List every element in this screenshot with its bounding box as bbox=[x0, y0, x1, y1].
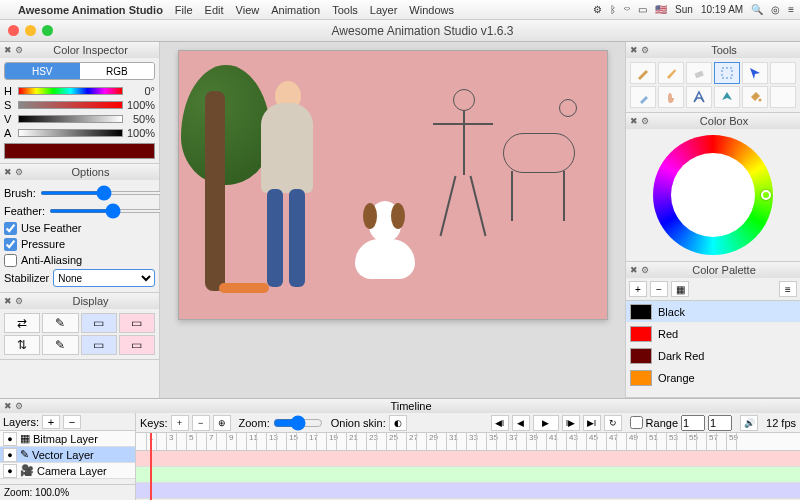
sound-button[interactable]: 🔊 bbox=[740, 415, 758, 431]
menu-tools[interactable]: Tools bbox=[332, 4, 358, 16]
select-tool[interactable] bbox=[714, 62, 740, 84]
minimize-window[interactable] bbox=[25, 25, 36, 36]
feather-slider[interactable] bbox=[49, 209, 178, 213]
remove-key-button[interactable]: − bbox=[192, 415, 210, 431]
hue-slider[interactable] bbox=[18, 87, 123, 95]
layer-visibility-icon[interactable]: ● bbox=[3, 432, 17, 446]
panel-menu-icon[interactable]: ⚙ bbox=[15, 45, 23, 55]
range-to[interactable] bbox=[708, 415, 732, 431]
onion-skin-button[interactable]: ◐ bbox=[389, 415, 407, 431]
hand-tool[interactable] bbox=[658, 86, 684, 108]
panel-menu-icon[interactable]: ⚙ bbox=[15, 401, 23, 411]
menu-layer[interactable]: Layer bbox=[370, 4, 398, 16]
palette-item[interactable]: Dark Red bbox=[626, 345, 800, 367]
timeline-ruler[interactable]: 1357911131517192123252729313335373941434… bbox=[136, 433, 800, 451]
invisible-lines-button[interactable]: ✎ bbox=[42, 335, 78, 355]
mirror-h-button[interactable]: ⇄ bbox=[4, 313, 40, 333]
panel-menu-icon[interactable]: ⚙ bbox=[641, 45, 649, 55]
canvas[interactable] bbox=[178, 50, 608, 320]
add-layer-button[interactable]: + bbox=[42, 415, 60, 429]
brush-slider[interactable] bbox=[40, 191, 169, 195]
range-from[interactable] bbox=[681, 415, 705, 431]
tab-hsv[interactable]: HSV bbox=[5, 63, 80, 79]
end-button[interactable]: ▶I bbox=[583, 415, 601, 431]
timeline-zoom-slider[interactable] bbox=[273, 415, 323, 431]
prev-frame-button[interactable]: ◀ bbox=[512, 415, 530, 431]
pencil-tool[interactable] bbox=[630, 62, 656, 84]
onion-prev-button[interactable]: ▭ bbox=[119, 313, 155, 333]
layer-visibility-icon[interactable]: ● bbox=[3, 464, 17, 478]
palette-grid-button[interactable]: ▦ bbox=[671, 281, 689, 297]
blank-tool-2[interactable] bbox=[770, 86, 796, 108]
loop-button[interactable]: ↻ bbox=[604, 415, 622, 431]
val-slider[interactable] bbox=[18, 115, 123, 123]
menu-view[interactable]: View bbox=[236, 4, 260, 16]
notifications-icon[interactable]: ≡ bbox=[788, 4, 794, 15]
close-panel-icon[interactable]: ✖ bbox=[630, 116, 638, 126]
track-camera[interactable] bbox=[136, 483, 800, 499]
control-center-icon[interactable]: ◎ bbox=[771, 4, 780, 15]
color-square[interactable] bbox=[683, 165, 743, 225]
wheel-handle-icon[interactable] bbox=[761, 190, 771, 200]
layer-row[interactable]: ●▦Bitmap Layer bbox=[0, 431, 135, 447]
zoom-window[interactable] bbox=[42, 25, 53, 36]
menu-windows[interactable]: Windows bbox=[409, 4, 454, 16]
palette-item[interactable]: Black bbox=[626, 301, 800, 323]
next-frame-button[interactable]: I▶ bbox=[562, 415, 580, 431]
app-menu[interactable]: Awesome Animation Studio bbox=[18, 4, 163, 16]
menu-animation[interactable]: Animation bbox=[271, 4, 320, 16]
close-window[interactable] bbox=[8, 25, 19, 36]
panel-menu-icon[interactable]: ⚙ bbox=[641, 265, 649, 275]
layer-row[interactable]: ●🎥Camera Layer bbox=[0, 463, 135, 479]
use-feather-checkbox[interactable] bbox=[4, 222, 17, 235]
tab-rgb[interactable]: RGB bbox=[80, 63, 155, 79]
antialias-checkbox[interactable] bbox=[4, 254, 17, 267]
rewind-button[interactable]: ◀I bbox=[491, 415, 509, 431]
polyline-tool[interactable] bbox=[714, 86, 740, 108]
thin-lines-button[interactable]: ▭ bbox=[81, 313, 117, 333]
close-panel-icon[interactable]: ✖ bbox=[630, 265, 638, 275]
palette-remove-button[interactable]: − bbox=[650, 281, 668, 297]
panel-menu-icon[interactable]: ⚙ bbox=[15, 167, 23, 177]
color-wheel[interactable] bbox=[653, 135, 773, 255]
track-bitmap[interactable] bbox=[136, 451, 800, 467]
close-panel-icon[interactable]: ✖ bbox=[4, 401, 12, 411]
layer-row[interactable]: ●✎Vector Layer bbox=[0, 447, 135, 463]
range-checkbox[interactable] bbox=[630, 416, 643, 429]
pressure-checkbox[interactable] bbox=[4, 238, 17, 251]
palette-add-button[interactable]: + bbox=[629, 281, 647, 297]
alpha-slider[interactable] bbox=[18, 129, 123, 137]
playhead[interactable] bbox=[150, 433, 152, 500]
spotlight-icon[interactable]: 🔍 bbox=[751, 4, 763, 15]
track-vector[interactable] bbox=[136, 467, 800, 483]
palette-menu-button[interactable]: ≡ bbox=[779, 281, 797, 297]
eraser-tool[interactable] bbox=[686, 62, 712, 84]
outline-button[interactable]: ✎ bbox=[42, 313, 78, 333]
dup-key-button[interactable]: ⊕ bbox=[213, 415, 231, 431]
layer-visibility-icon[interactable]: ● bbox=[3, 448, 17, 462]
palette-item[interactable]: Orange bbox=[626, 367, 800, 389]
bucket-tool[interactable] bbox=[742, 86, 768, 108]
pen-tool[interactable] bbox=[658, 62, 684, 84]
menu-edit[interactable]: Edit bbox=[205, 4, 224, 16]
menu-file[interactable]: File bbox=[175, 4, 193, 16]
stabilizer-select[interactable]: None bbox=[53, 269, 155, 287]
eyedrop-tool[interactable] bbox=[630, 86, 656, 108]
palette-item[interactable]: Red bbox=[626, 323, 800, 345]
close-panel-icon[interactable]: ✖ bbox=[4, 45, 12, 55]
pose-tool[interactable] bbox=[686, 86, 712, 108]
close-panel-icon[interactable]: ✖ bbox=[4, 296, 12, 306]
remove-layer-button[interactable]: − bbox=[63, 415, 81, 429]
move-tool[interactable] bbox=[742, 62, 768, 84]
panel-menu-icon[interactable]: ⚙ bbox=[15, 296, 23, 306]
close-panel-icon[interactable]: ✖ bbox=[4, 167, 12, 177]
add-key-button[interactable]: + bbox=[171, 415, 189, 431]
panel-menu-icon[interactable]: ⚙ bbox=[641, 116, 649, 126]
onion-next-button[interactable]: ▭ bbox=[119, 335, 155, 355]
close-panel-icon[interactable]: ✖ bbox=[630, 45, 638, 55]
blank-tool-1[interactable] bbox=[770, 62, 796, 84]
play-button[interactable]: ▶ bbox=[533, 415, 559, 431]
sat-slider[interactable] bbox=[18, 101, 123, 109]
mirror-v-button[interactable]: ⇅ bbox=[4, 335, 40, 355]
onion-blue-button[interactable]: ▭ bbox=[81, 335, 117, 355]
